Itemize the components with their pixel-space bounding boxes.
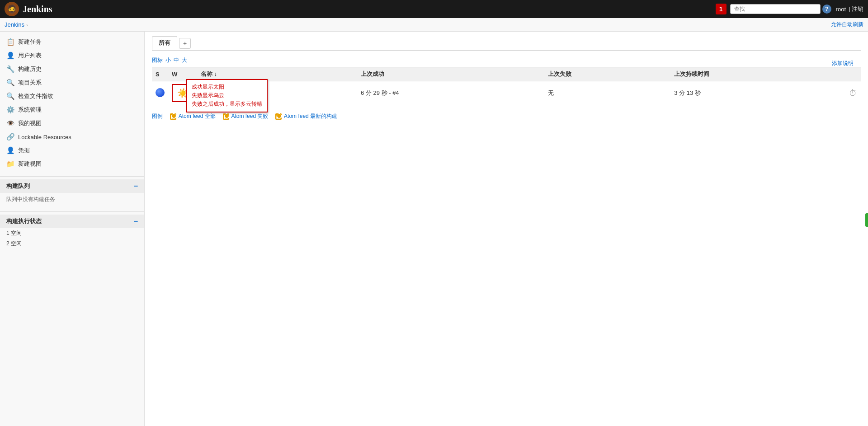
status-blue-ball-icon: [156, 88, 165, 97]
build-queue-section: 构建队列 − 队列中没有构建任务: [0, 176, 144, 206]
executor-item-2: 2 空闲: [0, 239, 144, 249]
sidebar-item-user-list[interactable]: 👤 用户列表: [0, 49, 144, 62]
logo-area: 🧔 Jenkins: [5, 2, 716, 16]
notification-badge[interactable]: 1: [716, 4, 726, 14]
col-header-last-duration: 上次持续时间: [670, 67, 845, 81]
example-link[interactable]: 图例: [152, 112, 163, 120]
icon-size-label: 图标: [152, 56, 163, 64]
rss-latest-icon: [275, 113, 282, 120]
new-view-label: 新建视图: [18, 160, 42, 168]
sidebar-item-credentials[interactable]: 👤 凭据: [0, 144, 144, 157]
build-executor-title: 构建执行状态 −: [0, 215, 144, 228]
col-header-s: S: [152, 67, 168, 81]
build-queue-empty: 队列中没有构建任务: [6, 196, 55, 202]
sidebar-item-project-relation[interactable]: 🔍 项目关系: [0, 76, 144, 89]
sidebar: 📋 新建任务 👤 用户列表 🔧 构建历史 🔍 项目关系 🔍 检查文件指纹 ⚙️ …: [0, 32, 145, 426]
breadcrumb-arrow: ›: [26, 22, 28, 28]
app-title: Jenkins: [23, 4, 52, 14]
credentials-icon: 👤: [6, 146, 14, 154]
weather-cell: ☀️ 成功显示太阳 失败显示乌云 失败之后成功，显示多云转晴: [168, 81, 197, 105]
my-views-icon: 👁️: [6, 119, 14, 127]
search-input[interactable]: [730, 4, 821, 14]
username-label: root: [836, 6, 846, 13]
new-task-label: 新建任务: [18, 38, 42, 46]
rss-all-group: Atom feed 全部: [170, 112, 216, 120]
icon-size-large[interactable]: 大: [182, 56, 187, 64]
tab-all[interactable]: 所有: [152, 36, 177, 50]
new-task-icon: 📋: [6, 38, 14, 46]
weather-tooltip: 成功显示太阳 失败显示乌云 失败之后成功，显示多云转晴: [186, 79, 268, 112]
build-history-label: 构建历史: [18, 65, 42, 73]
icon-size-medium[interactable]: 中: [174, 56, 179, 64]
jenkins-logo: 🧔: [5, 2, 19, 16]
sidebar-item-check-fingerprint[interactable]: 🔍 检查文件指纹: [0, 89, 144, 103]
jobs-table: S W 名称 ↓ 上次成功 上次失败 上次持续时间: [152, 67, 861, 105]
system-manage-label: 系统管理: [18, 106, 42, 114]
content-wrapper: 添加说明 所有 + 图标 小 中 大 S W 名称 ↓: [152, 36, 861, 120]
build-executor-collapse[interactable]: −: [134, 217, 138, 225]
project-relation-icon: 🔍: [6, 79, 14, 87]
sidebar-item-system-manage[interactable]: ⚙️ 系统管理: [0, 103, 144, 117]
last-duration-cell: 3 分 13 秒: [670, 81, 845, 105]
breadcrumb-home[interactable]: Jenkins: [5, 21, 24, 28]
build-executor-label: 构建执行状态: [6, 217, 42, 225]
atom-latest-link[interactable]: Atom feed 最新的构建: [284, 113, 337, 119]
logout-label[interactable]: | 注销: [849, 5, 863, 13]
build-queue-collapse[interactable]: −: [134, 182, 138, 190]
executor-item-1: 1 空闲: [0, 228, 144, 239]
auto-refresh-link[interactable]: 允许自动刷新: [831, 21, 863, 28]
new-view-icon: 📁: [6, 160, 14, 168]
user-area: root | 注销: [836, 5, 863, 13]
build-queue-content: 队列中没有构建任务: [0, 193, 144, 206]
tabs-bar: 所有 +: [152, 36, 861, 51]
project-relation-label: 项目关系: [18, 79, 42, 87]
action-icon[interactable]: ⏱: [849, 89, 857, 98]
tooltip-line3: 失败之后成功，显示多云转晴: [192, 100, 262, 108]
action-cell: ⏱: [845, 81, 861, 105]
credentials-label: 凭据: [18, 146, 30, 154]
icon-size-row: 图标 小 中 大: [152, 56, 861, 64]
sidebar-item-new-view[interactable]: 📁 新建视图: [0, 157, 144, 171]
user-list-label: 用户列表: [18, 51, 42, 60]
status-cell: [152, 81, 168, 105]
rss-latest-group: Atom feed 最新的构建: [275, 112, 337, 120]
tooltip-line2: 失败显示乌云: [192, 91, 262, 100]
build-queue-title: 构建队列 −: [0, 179, 144, 193]
check-fingerprint-label: 检查文件指纹: [18, 92, 53, 100]
bottom-links: 图例 Atom feed 全部 Atom feed 失败 Atom feed 最…: [152, 112, 861, 120]
check-fingerprint-icon: 🔍: [6, 92, 14, 100]
last-fail-cell: 无: [544, 81, 671, 105]
header: 🧔 Jenkins 1 ? root | 注销: [0, 0, 868, 18]
sidebar-item-build-history[interactable]: 🔧 构建历史: [0, 62, 144, 76]
system-manage-icon: ⚙️: [6, 106, 14, 114]
lockable-resources-label: Lockable Resources: [18, 134, 71, 140]
add-description-link[interactable]: 添加说明: [832, 60, 854, 67]
rss-all-icon: [170, 113, 176, 120]
main-layout: 📋 新建任务 👤 用户列表 🔧 构建历史 🔍 项目关系 🔍 检查文件指纹 ⚙️ …: [0, 32, 868, 426]
build-history-icon: 🔧: [6, 65, 14, 73]
table-body: ☀️ 成功显示太阳 失败显示乌云 失败之后成功，显示多云转晴 Tomcat-ja…: [152, 81, 861, 105]
sidebar-item-my-views[interactable]: 👁️ 我的视图: [0, 117, 144, 130]
sidebar-item-new-task[interactable]: 📋 新建任务: [0, 35, 144, 49]
col-header-last-success: 上次成功: [357, 67, 544, 81]
green-indicator: [865, 213, 868, 227]
rss-fail-group: Atom feed 失败: [223, 112, 269, 120]
table-row: ☀️ 成功显示太阳 失败显示乌云 失败之后成功，显示多云转晴 Tomcat-ja…: [152, 81, 861, 105]
build-executor-section: 构建执行状态 − 1 空闲 2 空闲: [0, 211, 144, 249]
last-success-cell: 6 分 29 秒 - #4: [357, 81, 544, 105]
atom-fail-link[interactable]: Atom feed 失败: [231, 113, 268, 119]
add-view-button[interactable]: +: [179, 38, 191, 49]
rss-fail-icon: [223, 113, 229, 120]
user-list-icon: 👤: [6, 51, 14, 60]
build-queue-label: 构建队列: [6, 182, 30, 190]
tooltip-line1: 成功显示太阳: [192, 83, 262, 91]
help-button[interactable]: ?: [822, 5, 831, 14]
breadcrumb: Jenkins › 允许自动刷新: [0, 18, 868, 32]
sidebar-item-lockable-resources[interactable]: 🔗 Lockable Resources: [0, 130, 144, 144]
col-header-last-fail: 上次失败: [544, 67, 671, 81]
icon-size-small[interactable]: 小: [165, 56, 171, 64]
search-area: ?: [730, 4, 831, 14]
atom-all-link[interactable]: Atom feed 全部: [179, 113, 216, 119]
col-header-actions: [845, 67, 861, 81]
my-views-label: 我的视图: [18, 119, 42, 127]
